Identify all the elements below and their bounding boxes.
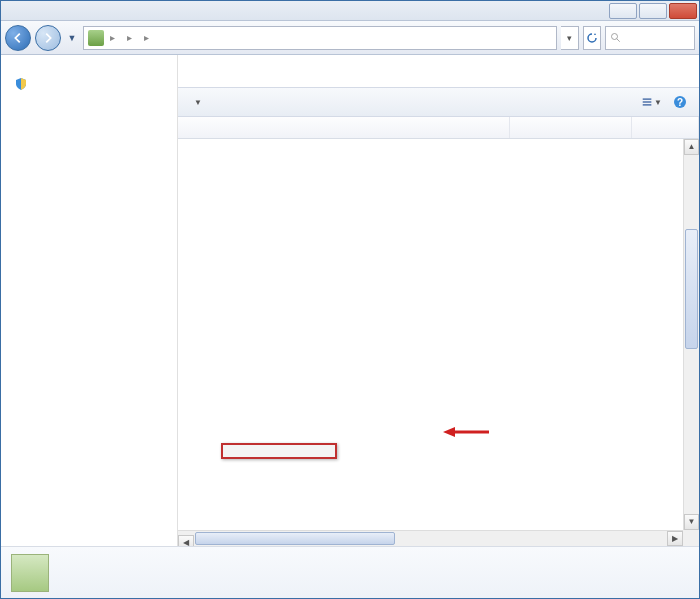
- content: ▼ ▼ ? ▲ ▼: [177, 55, 699, 546]
- arrow-left-icon: [11, 31, 25, 45]
- scroll-up-button[interactable]: ▲: [684, 139, 699, 155]
- refresh-button[interactable]: [583, 26, 601, 50]
- scroll-thumb[interactable]: [685, 229, 698, 349]
- update-thumbnail-icon: [11, 554, 49, 592]
- horizontal-scrollbar[interactable]: ◀ ▶: [178, 530, 683, 546]
- chevron-right-icon: ▸: [144, 32, 149, 43]
- list-header: [178, 117, 699, 139]
- svg-rect-2: [643, 98, 652, 99]
- close-button[interactable]: [669, 3, 697, 19]
- column-version[interactable]: [632, 117, 699, 138]
- svg-text:?: ?: [677, 97, 683, 108]
- forward-button[interactable]: [35, 25, 61, 51]
- context-menu: [221, 443, 337, 459]
- maximize-button[interactable]: [639, 3, 667, 19]
- chevron-right-icon: ▸: [110, 32, 115, 43]
- svg-line-1: [617, 38, 620, 41]
- help-icon: ?: [673, 95, 687, 109]
- chevron-right-icon: ▸: [127, 32, 132, 43]
- arrow-right-icon: [41, 31, 55, 45]
- update-list[interactable]: [178, 139, 683, 530]
- svg-point-0: [612, 33, 618, 39]
- heading: [178, 55, 699, 87]
- column-program[interactable]: [510, 117, 632, 138]
- annotation-arrow-icon: [443, 425, 489, 439]
- scroll-corner: [683, 530, 699, 546]
- navbar: ▼ ▸ ▸ ▸ ▾: [1, 21, 699, 55]
- back-button[interactable]: [5, 25, 31, 51]
- titlebar: [1, 1, 699, 21]
- svg-rect-4: [643, 104, 652, 105]
- refresh-icon: [586, 32, 598, 44]
- scroll-right-button[interactable]: ▶: [667, 531, 683, 546]
- view-button[interactable]: ▼: [641, 92, 663, 112]
- scroll-left-button[interactable]: ◀: [178, 535, 194, 546]
- uninstall-button[interactable]: [212, 100, 220, 104]
- search-input[interactable]: [605, 26, 695, 50]
- vertical-scrollbar[interactable]: ▲ ▼: [683, 139, 699, 530]
- list-area: ▲ ▼ ◀ ▶: [178, 139, 699, 546]
- sidebar-link-features[interactable]: [15, 77, 168, 91]
- view-icon: [642, 95, 652, 109]
- column-name[interactable]: [178, 117, 510, 138]
- main: ▼ ▼ ? ▲ ▼: [1, 55, 699, 546]
- sidebar: [1, 55, 177, 546]
- minimize-button[interactable]: [609, 3, 637, 19]
- details-pane: [1, 546, 699, 598]
- context-menu-uninstall[interactable]: [225, 448, 333, 454]
- shield-icon: [14, 77, 28, 91]
- help-button[interactable]: ?: [669, 92, 691, 112]
- svg-marker-8: [443, 427, 455, 437]
- breadcrumb[interactable]: ▸ ▸ ▸: [83, 26, 557, 50]
- breadcrumb-dropdown[interactable]: ▾: [561, 26, 579, 50]
- toolbar: ▼ ▼ ?: [178, 87, 699, 117]
- scroll-down-button[interactable]: ▼: [684, 514, 699, 530]
- organize-button[interactable]: ▼: [186, 96, 206, 109]
- search-icon: [610, 32, 622, 44]
- history-dropdown[interactable]: ▼: [65, 28, 79, 48]
- scroll-thumb-h[interactable]: [195, 532, 395, 545]
- svg-rect-3: [643, 101, 652, 102]
- control-panel-icon: [88, 30, 104, 46]
